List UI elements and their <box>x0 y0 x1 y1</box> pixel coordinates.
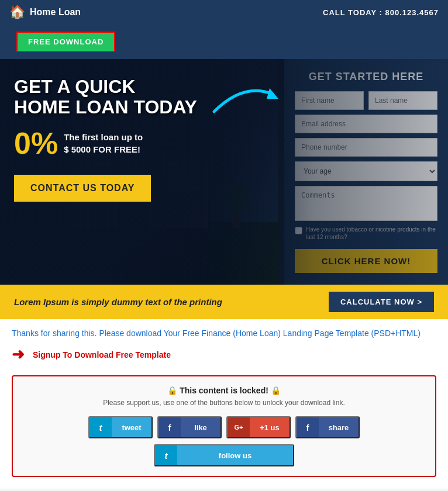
facebook-icon: f <box>158 416 181 438</box>
follow-row: t follow us <box>22 444 426 466</box>
facebook-share-icon: f <box>297 416 319 438</box>
logo-area: 🏠 Home Loan <box>9 5 81 20</box>
contact-us-button[interactable]: CONTACT US TODAY <box>14 175 151 202</box>
google-label: +1 us <box>250 423 290 432</box>
follow-button[interactable]: t follow us <box>154 444 294 466</box>
arrow-decoration <box>208 77 278 126</box>
share-label: share <box>319 423 359 432</box>
google-plus-button[interactable]: G+ +1 us <box>226 416 291 438</box>
signup-arrow-icon: ➜ <box>12 345 25 364</box>
home-icon: 🏠 <box>9 5 25 20</box>
zero-percent-area: 0% The first loan up to $ 5000 FOR FREE! <box>14 128 270 158</box>
follow-label: follow us <box>177 451 293 460</box>
free-download-button[interactable]: FREE DOWNLOAD <box>16 32 115 52</box>
like-label: like <box>181 423 220 432</box>
follow-twitter-icon: t <box>155 444 177 466</box>
banner-top-bar: 🏠 Home Loan CALL TODAY : 800.123.4567 <box>0 0 448 25</box>
loan-description: The first loan up to $ 5000 FOR FREE! <box>64 131 143 155</box>
locked-box: 🔒 This content is locked! 🔒 Please suppo… <box>12 375 436 477</box>
description-area: Thanks for sharing this. Please download… <box>0 319 448 343</box>
logo-text: Home Loan <box>30 7 81 18</box>
banner-left-content: GET A QUICK HOME LOAN TODAY 0% The first… <box>0 59 284 285</box>
locked-title: 🔒 This content is locked! 🔒 <box>22 386 426 395</box>
yellow-bar: Lorem Ipsum is simply dummy text of the … <box>0 285 448 319</box>
google-plus-icon: G+ <box>228 416 250 438</box>
svg-marker-12 <box>267 88 278 99</box>
signup-text: Signup To Download Free Template <box>33 350 171 359</box>
tweet-label: tweet <box>112 423 151 432</box>
share-button[interactable]: f share <box>295 416 360 438</box>
twitter-icon: t <box>89 416 112 438</box>
signup-area: ➜ Signup To Download Free Template <box>0 343 448 369</box>
banner-body: GET A QUICK HOME LOAN TODAY 0% The first… <box>0 59 448 285</box>
yellow-bar-text: Lorem Ipsum is simply dummy text of the … <box>14 297 222 307</box>
zero-percent-text: 0% <box>14 128 58 158</box>
call-today-text: CALL TODAY : 800.123.4567 <box>323 8 439 17</box>
like-button[interactable]: f like <box>157 416 222 438</box>
locked-wrapper: 🔒 This content is locked! 🔒 Please suppo… <box>0 369 448 489</box>
calculate-button[interactable]: CALCULATE NOW > <box>329 292 434 312</box>
description-text: Thanks for sharing this. Please download… <box>12 327 436 340</box>
locked-subtitle: Please support us, use one of the button… <box>22 399 426 407</box>
banner: 🏠 Home Loan CALL TODAY : 800.123.4567 FR… <box>0 0 448 285</box>
social-buttons-row: t tweet f like G+ +1 us f share <box>22 416 426 438</box>
tweet-button[interactable]: t tweet <box>88 416 153 438</box>
